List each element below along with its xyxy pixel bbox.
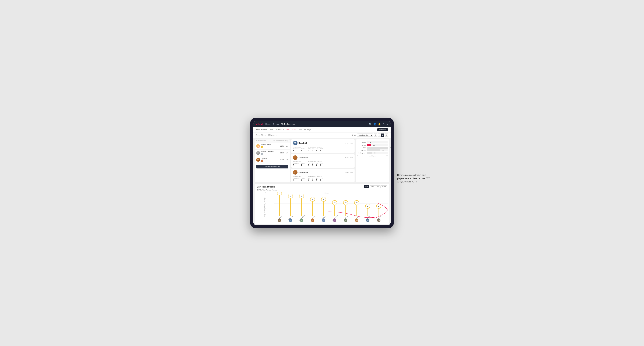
player-count: 14 Players	[267, 134, 275, 136]
table-view-btn[interactable]: ⊟	[385, 134, 388, 137]
card-stats-3: Total Rounds Tournament 7 Practice	[293, 176, 353, 181]
streaks-header: Best Round Streaks OTT APP ARG PUTT	[257, 185, 387, 188]
sub-nav-tour[interactable]: Tour	[298, 127, 302, 132]
svg-text:4x: 4x	[334, 202, 336, 204]
stat-group-activities-2: Total Practice Activities OTT 0 APP	[308, 161, 323, 166]
pb-avg-1: 110	[285, 145, 288, 147]
svg-text:6x: 6x	[290, 195, 292, 197]
putt-val-1: 1	[320, 149, 323, 152]
stat-ott-2: OTT 0	[308, 163, 310, 166]
bar-chart-panel: Eagles 3 Birdies	[356, 139, 389, 182]
edit-icon[interactable]: ✏	[276, 134, 278, 136]
svg-text:5x: 5x	[312, 198, 314, 200]
team-name: Team Clippd	[256, 134, 266, 136]
rank-badge-3: 3	[261, 160, 264, 162]
view-full-leaderboard-button[interactable]: View Full Leaderboard	[256, 165, 288, 169]
stat-sub-activities-1: OTT 0 APP 0 ARG	[308, 148, 323, 152]
card-date-3: 26 Aug 2023	[345, 172, 353, 173]
bar-container-pars: 499	[367, 147, 388, 149]
rounds-label-3: Total Rounds	[293, 176, 305, 177]
player-card-3: JC Josh Coles 26 Aug 2023 Total Rounds T…	[291, 169, 354, 182]
pb-score-3: 17/20	[279, 159, 284, 161]
player-card-1: RB Rees Britt 02 Sep 2023 Total Rounds T…	[291, 139, 354, 153]
stat-tournament-2: Tournament 8	[293, 163, 300, 166]
search-icon[interactable]: 🔍	[369, 123, 372, 126]
list-view-btn[interactable]: ≡	[378, 134, 381, 137]
stat-practice-2: Practice 4	[301, 163, 305, 166]
table-row: EC Edward Crossman 2 18/20 107	[255, 150, 290, 156]
practice-val-2: 4	[301, 164, 305, 166]
filter-putt-button[interactable]: PUTT	[381, 185, 387, 188]
sub-nav-team-clippd[interactable]: Team Clippd	[286, 127, 296, 132]
stat-sub-activities-3: OTT 0 APP 0 ARG	[308, 177, 323, 181]
stat-tournament-1: Tournament 7	[293, 148, 300, 152]
lb-col-player: PLAYER NAME	[256, 140, 274, 142]
bar-value-pars: 499	[390, 147, 390, 148]
pb-avg-2: 107	[285, 152, 288, 154]
grid-view-btn[interactable]: ⊞	[374, 134, 377, 137]
card-header-1: RB Rees Britt 02 Sep 2023	[293, 141, 353, 145]
bar-row-pars: Pars 499	[357, 147, 388, 149]
stat-putt-2: PUTT 0	[320, 163, 323, 166]
arg-val-1: 0	[316, 149, 318, 152]
app-logo: clippd	[256, 123, 262, 126]
sub-nav-pgat[interactable]: PGAT Players	[256, 127, 267, 132]
bar-label-bogeys: Bogeys	[357, 150, 366, 151]
avatar-2: EC	[256, 151, 260, 155]
streak-filter-btns: OTT APP ARG PUTT	[364, 185, 387, 188]
card-stats-2: Total Rounds Tournament 8 Practice	[293, 161, 353, 166]
chart-axis-title: Total Shots	[357, 156, 388, 158]
filter-arg-button[interactable]: ARG	[375, 185, 380, 188]
settings-icon[interactable]: ⚙	[382, 123, 385, 126]
svg-text:3x: 3x	[378, 205, 380, 207]
player-info-1: RB Richard Butler 1	[256, 144, 278, 148]
stat-arg-1: ARG 0	[316, 148, 318, 152]
sub-nav-all-players[interactable]: All Players	[304, 127, 312, 132]
sub-nav-pga[interactable]: PGA	[270, 127, 273, 132]
bar-container-eagles: 3	[367, 141, 388, 144]
practice-val-1: 6	[301, 149, 305, 152]
stat-group-activities-1: Total Practice Activities OTT 0 APP	[308, 146, 323, 152]
leaderboard-panel: PLAYER NAME PB SCORE PB AVG SQ RB	[255, 139, 290, 182]
nav-teams[interactable]: Teams	[273, 123, 278, 126]
avatar-1: RB	[256, 144, 260, 148]
stat-putt-3: PUTT 1	[320, 177, 323, 181]
period-select[interactable]: Last 3 months Last 6 months Last 12 mont…	[357, 134, 373, 137]
stat-ott-3: OTT 0	[308, 177, 310, 181]
annotation-text: Here you can see streaks your players ha…	[397, 173, 430, 184]
bar-value-bogeys: 311	[382, 150, 384, 151]
lb-header: PLAYER NAME PB SCORE PB AVG SQ	[255, 139, 290, 143]
pb-avg-3: 103	[285, 159, 288, 161]
svg-text:7x: 7x	[278, 192, 280, 194]
putt-val-3: 1	[320, 179, 323, 181]
bar-row-bogeys: Bogeys 311	[357, 149, 388, 151]
stat-putt-1: PUTT 1	[320, 148, 323, 152]
card-avatar-2: JC	[293, 155, 298, 160]
stat-group-rounds-3: Total Rounds Tournament 7 Practice	[293, 176, 305, 181]
user-icon[interactable]: 👤	[374, 123, 376, 126]
add-team-button[interactable]: Add Team	[377, 128, 388, 131]
card-view-btn[interactable]: ▦	[381, 134, 384, 137]
streaks-section: Best Round Streaks OTT APP ARG PUTT Off …	[255, 184, 389, 224]
tournament-val-1: 7	[293, 149, 300, 152]
nav-home[interactable]: Home	[265, 123, 270, 126]
avatar-nav[interactable]: ●	[386, 123, 388, 126]
svg-text:RB: RB	[323, 220, 324, 221]
nav-my-performance[interactable]: My Performance	[281, 123, 295, 126]
filter-app-button[interactable]: APP	[370, 185, 375, 188]
team-controls: Show Last 3 months Last 6 months Last 12…	[352, 134, 388, 137]
annotation-container: Here you can see streaks your players ha…	[397, 173, 430, 184]
svg-text:JC: JC	[312, 220, 314, 221]
player-cards-panel: RB Rees Britt 02 Sep 2023 Total Rounds T…	[291, 139, 354, 182]
bar-container-bogeys: 311	[367, 149, 388, 151]
bell-icon[interactable]: 🔔	[378, 123, 381, 126]
card-header-2: JC Josh Coles 26 Aug 2023	[293, 155, 353, 160]
stat-app-1: APP 0	[312, 148, 314, 152]
rank-badge-1: 1	[261, 146, 264, 148]
nav-links: Home Teams My Performance	[265, 123, 366, 126]
chart-axis: 0 200 400	[357, 155, 388, 156]
filter-ott-button[interactable]: OTT	[364, 185, 369, 188]
stat-sub-activities-2: OTT 0 APP 0 ARG	[308, 163, 323, 166]
lb-col-pb: PB SCORE	[274, 140, 281, 142]
sub-nav-hcaps[interactable]: Hcaps 1-5	[276, 127, 284, 132]
